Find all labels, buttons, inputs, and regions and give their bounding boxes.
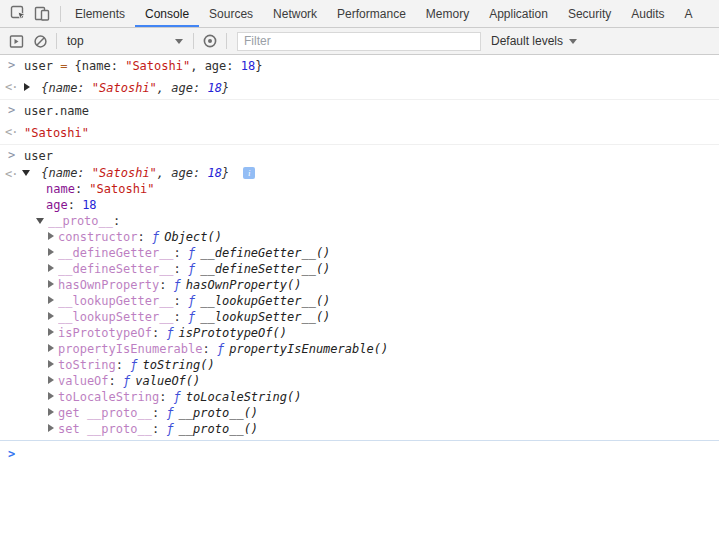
method-name[interactable]: __defineSetter__ (58, 262, 174, 276)
log-levels-dropdown[interactable]: Default levels (487, 34, 581, 48)
proto-name[interactable]: __proto__ (48, 214, 113, 228)
divider (60, 6, 61, 22)
function-prefix: ƒ (166, 326, 173, 340)
proto-method-row: set __proto__: ƒ__proto__() (0, 421, 719, 437)
tab-network[interactable]: Network (263, 0, 327, 27)
expand-triangle-icon[interactable] (48, 312, 54, 320)
expand-triangle-icon[interactable] (48, 360, 54, 368)
expand-triangle-icon[interactable] (48, 376, 54, 384)
execution-context-selector[interactable]: top (61, 34, 189, 48)
divider (193, 33, 194, 49)
method-name[interactable]: __lookupSetter__ (58, 310, 174, 324)
expand-triangle-icon[interactable] (48, 264, 54, 272)
expand-triangle-icon[interactable] (48, 408, 54, 416)
function-signature: toLocaleString() (186, 390, 302, 404)
collapse-triangle-icon[interactable] (36, 218, 44, 224)
divider (226, 33, 227, 49)
object-preview-row: <· {name: "Satoshi", age: 18} i (0, 165, 719, 181)
console-toolbar: top Default levels (0, 28, 719, 55)
property-name: name (46, 182, 75, 196)
expand-triangle-icon[interactable] (48, 424, 54, 432)
function-prefix: ƒ (166, 406, 173, 420)
method-name[interactable]: isPrototypeOf (58, 326, 152, 340)
result-string: "Satoshi" (24, 126, 89, 140)
console-prompt[interactable]: > (0, 440, 719, 538)
expand-triangle-icon[interactable] (48, 296, 54, 304)
expand-triangle-icon[interactable] (48, 248, 54, 256)
devtools-tabbar: Elements Console Sources Network Perform… (0, 0, 719, 28)
tab-performance[interactable]: Performance (327, 0, 416, 27)
method-name[interactable]: constructor (58, 230, 137, 244)
result-arrow-icon: <· (5, 126, 17, 139)
proto-method-row: propertyIsEnumerable: ƒpropertyIsEnumera… (0, 341, 719, 357)
object-property-row: age: 18 (0, 197, 719, 213)
method-name[interactable]: set __proto__ (58, 422, 152, 436)
proto-method-row: __defineSetter__: ƒ__defineSetter__() (0, 261, 719, 277)
function-signature: __proto__() (179, 422, 258, 436)
method-name[interactable]: get __proto__ (58, 406, 152, 420)
filter-input[interactable] (237, 32, 481, 51)
function-prefix: ƒ (188, 246, 195, 260)
function-prefix: ƒ (152, 230, 159, 244)
tab-memory[interactable]: Memory (416, 0, 479, 27)
method-name[interactable]: __defineGetter__ (58, 246, 174, 260)
console-output: > user = {name: "Satoshi", age: 18} <· {… (0, 55, 719, 538)
input-chevron-icon: > (8, 59, 15, 72)
console-sidebar-icon[interactable] (4, 29, 28, 53)
method-name[interactable]: valueOf (58, 374, 109, 388)
command-text: user = {name: "Satoshi", age: 18} (24, 59, 262, 73)
function-prefix: ƒ (217, 342, 224, 356)
input-chevron-icon: > (8, 149, 15, 162)
proto-method-row: get __proto__: ƒ__proto__() (0, 405, 719, 421)
expanded-object-result: <· {name: "Satoshi", age: 18} i name: "S… (0, 163, 719, 440)
expand-triangle-icon[interactable] (48, 344, 54, 352)
proto-method-row: toString: ƒtoString() (0, 357, 719, 373)
function-signature: isPrototypeOf() (179, 326, 287, 340)
property-value: 18 (82, 198, 96, 212)
info-badge-icon[interactable]: i (243, 167, 255, 179)
function-prefix: ƒ (188, 262, 195, 276)
tab-application[interactable]: Application (479, 0, 558, 27)
proto-method-row: valueOf: ƒvalueOf() (0, 373, 719, 389)
method-name[interactable]: hasOwnProperty (58, 278, 159, 292)
console-command: > user = {name: "Satoshi", age: 18} (0, 55, 719, 77)
function-signature: __proto__() (179, 406, 258, 420)
tab-console[interactable]: Console (135, 0, 199, 27)
method-name[interactable]: toString (58, 358, 116, 372)
object-preview[interactable]: {name: "Satoshi", age: 18} (41, 166, 229, 180)
method-name[interactable]: propertyIsEnumerable (58, 342, 203, 356)
result-arrow-icon: <· (5, 166, 17, 182)
method-name[interactable]: __lookupGetter__ (58, 294, 174, 308)
function-signature: propertyIsEnumerable() (229, 342, 388, 356)
function-signature: valueOf() (135, 374, 200, 388)
function-prefix: ƒ (174, 278, 181, 292)
property-name: age (46, 198, 68, 212)
device-toolbar-icon[interactable] (30, 2, 54, 26)
property-value: "Satoshi" (89, 182, 154, 196)
expand-triangle-icon[interactable] (48, 280, 54, 288)
tab-security[interactable]: Security (558, 0, 621, 27)
expand-triangle-icon[interactable] (48, 392, 54, 400)
tab-audits[interactable]: Audits (621, 0, 674, 27)
console-result: <· "Satoshi" (0, 122, 719, 145)
tab-partial[interactable]: A (675, 0, 703, 27)
command-text: user (24, 149, 53, 163)
proto-method-list: constructor: ƒObject() __defineGetter__:… (0, 229, 719, 437)
object-preview[interactable]: {name: "Satoshi", age: 18} (41, 81, 229, 95)
clear-console-icon[interactable] (28, 29, 52, 53)
function-prefix: ƒ (188, 310, 195, 324)
console-result: <· {name: "Satoshi", age: 18} (0, 77, 719, 100)
function-prefix: ƒ (123, 374, 130, 388)
panel-icons (0, 0, 56, 27)
tab-sources[interactable]: Sources (199, 0, 263, 27)
tab-elements[interactable]: Elements (65, 0, 135, 27)
method-name[interactable]: toLocaleString (58, 390, 159, 404)
expand-triangle-icon[interactable] (48, 232, 54, 240)
command-text: user.name (24, 104, 89, 118)
inspect-element-icon[interactable] (6, 2, 30, 26)
live-expression-eye-icon[interactable] (198, 29, 222, 53)
expand-triangle-icon[interactable] (24, 83, 30, 91)
expand-triangle-icon[interactable] (48, 328, 54, 336)
collapse-triangle-icon[interactable] (22, 170, 30, 176)
console-command: > user (0, 145, 719, 163)
